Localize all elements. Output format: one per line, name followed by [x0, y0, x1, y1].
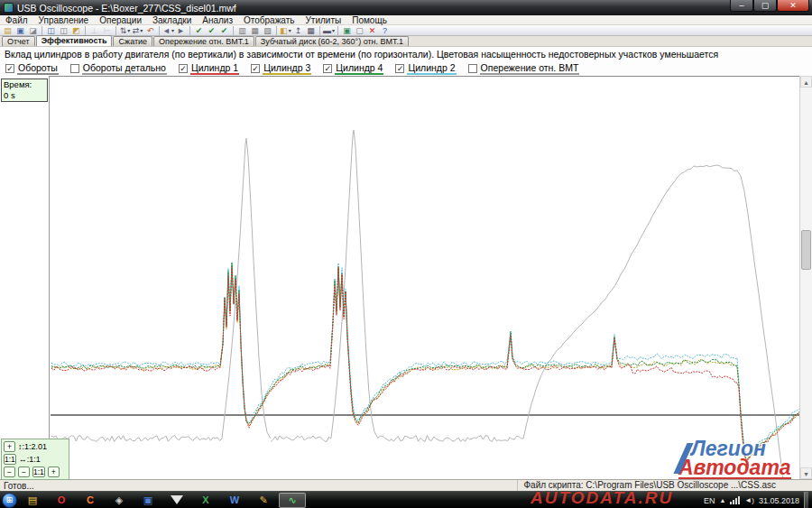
zoom-horizontal-button[interactable]: ⇄▾ — [132, 25, 143, 35]
blank-page-button[interactable]: ▢ — [354, 25, 365, 35]
copy-screen-button[interactable]: ◫ — [45, 25, 57, 35]
snapshot-button[interactable]: ▣ — [341, 25, 353, 35]
menu-item-3[interactable]: Закладки — [147, 15, 197, 25]
scroll-down-icon[interactable]: ▼ — [800, 467, 812, 479]
undo-button[interactable]: ↶ — [144, 25, 156, 35]
legend-item-1[interactable]: Обороты детально — [70, 62, 167, 75]
tray-expand-icon[interactable]: ▲ — [719, 497, 725, 503]
open-icon: ▤ — [4, 26, 12, 35]
close-file-icon: ✕ — [369, 26, 376, 35]
menu-item-2[interactable]: Операции — [94, 15, 147, 25]
find-next-button[interactable]: ► — [175, 25, 187, 35]
layout-button[interactable]: ▬▾ — [323, 25, 335, 35]
ccleaner-taskbar-button[interactable]: C — [77, 493, 104, 508]
checkbox-icon[interactable] — [468, 64, 477, 73]
verify-all-button[interactable]: ✔ — [218, 25, 230, 35]
legend-item-0[interactable]: ✓Обороты — [5, 62, 59, 75]
toolbar-separator — [276, 26, 277, 35]
verify-two-button[interactable]: ✔ — [206, 25, 217, 35]
utility-app-taskbar-button[interactable]: ◈ — [106, 493, 133, 508]
close-file-button[interactable]: ✕ — [366, 25, 378, 35]
legend-item-3[interactable]: ✓Цилиндр 3 — [251, 62, 311, 75]
network-icon[interactable] — [730, 496, 740, 504]
save-fragment-icon: ◩ — [72, 26, 80, 35]
menu-item-7[interactable]: Помощь — [346, 15, 392, 25]
windows-taskbar: ⊞ ▤OC◈▣XW✎∿ EN ▲ ◄) 31.05.2018 — [0, 491, 812, 508]
reset-scale-button[interactable]: 1:1 — [32, 466, 45, 477]
help-button[interactable]: ? — [379, 25, 391, 35]
table-button[interactable]: ▦ — [249, 25, 261, 35]
new-panel-button[interactable]: ◧▾ — [280, 25, 291, 35]
dropdown-caret-icon: ▾ — [289, 26, 291, 35]
tab-1[interactable]: Эффективность — [36, 35, 113, 46]
taskbar-buttons: ▤OC◈▣XW✎∿ — [19, 493, 306, 508]
checkbox-icon[interactable]: ✓ — [251, 64, 260, 73]
legend-label: Цилиндр 2 — [407, 62, 456, 75]
toolbar-separator — [85, 26, 86, 35]
zoom-out-horizontal-button[interactable]: − — [18, 466, 30, 477]
verify-one-button[interactable]: ✔ — [193, 25, 205, 35]
explorer-taskbar-button[interactable]: ▤ — [19, 493, 46, 508]
menu-item-1[interactable]: Управление — [33, 15, 95, 25]
tab-3[interactable]: Опережение отн. ВМТ.1 — [153, 36, 254, 46]
checkbox-icon[interactable] — [70, 64, 79, 73]
checkbox-icon[interactable]: ✓ — [179, 64, 188, 73]
opera-taskbar-button[interactable]: O — [48, 493, 75, 508]
scale-one-to-one-button[interactable]: 1:1 — [4, 454, 16, 465]
export-image-button[interactable]: ◪ — [27, 25, 39, 35]
oscilloscope-taskbar-button[interactable]: ∿ — [279, 493, 306, 508]
system-tray: EN ▲ ◄) 31.05.2018 — [704, 492, 808, 508]
checkbox-icon[interactable]: ✓ — [323, 64, 332, 73]
explorer-icon: ▤ — [28, 494, 37, 506]
save-fragment-button[interactable]: ◩ — [70, 25, 82, 35]
copy-fragment-button[interactable]: ◫ — [58, 25, 69, 35]
start-button[interactable]: ⊞ — [2, 493, 17, 508]
vertical-scale-label: ↕:1:2.01 — [18, 442, 47, 451]
legion-avtodata-watermark: Легион Автодата — [678, 439, 791, 479]
tab-4[interactable]: Зубчатый диск (60-2, 360°) отн. ВМТ.1 — [255, 36, 409, 46]
menu-item-4[interactable]: Анализ — [197, 15, 238, 25]
tab-0[interactable]: Отчет — [2, 36, 35, 46]
watermark-line2: Автодата — [678, 458, 791, 479]
chart-description: Вклад цилиндров в работу двигателя (по в… — [0, 47, 812, 61]
excel-taskbar-button[interactable]: X — [192, 493, 219, 508]
find-prev-button[interactable]: ◄▾ — [162, 25, 174, 35]
tab-2[interactable]: Сжатие — [113, 36, 152, 46]
notes-button[interactable]: ▨ — [262, 25, 273, 35]
legend-item-5[interactable]: ✓Цилиндр 2 — [395, 62, 456, 75]
pointer-button[interactable]: ↥ — [292, 25, 304, 35]
scrollbar-thumb[interactable] — [801, 230, 811, 270]
zoom-in-vertical-button[interactable]: + — [4, 441, 15, 452]
tray-date[interactable]: 31.05.2018 — [759, 496, 799, 505]
minimize-button[interactable]: – — [730, 0, 753, 12]
grid-button[interactable]: ▦ — [305, 25, 317, 35]
dropdown-caret-icon: ▾ — [140, 26, 143, 35]
legend-item-2[interactable]: ✓Цилиндр 1 — [179, 62, 239, 75]
word-taskbar-button[interactable]: W — [221, 493, 248, 508]
zoom-out-vertical-button[interactable]: − — [4, 466, 15, 477]
maximize-button[interactable]: ▢ — [753, 0, 777, 12]
legend-item-4[interactable]: ✓Цилиндр 4 — [323, 62, 383, 75]
menu-item-5[interactable]: Отображать — [238, 15, 300, 25]
zoom-vertical-button[interactable]: ⇅▾ — [119, 25, 131, 35]
wifi-taskbar-button[interactable] — [163, 493, 190, 508]
close-button[interactable]: ✕ — [777, 0, 809, 12]
checkbox-icon[interactable]: ✓ — [5, 64, 14, 73]
zoom-in-button[interactable]: + — [48, 466, 60, 477]
language-indicator[interactable]: EN — [704, 496, 715, 505]
open-button[interactable]: ▤ — [2, 25, 14, 35]
menu-item-0[interactable]: Файл — [0, 15, 33, 25]
report-button[interactable]: ▥ — [236, 25, 248, 35]
show-desktop-button[interactable] — [804, 492, 808, 508]
undo-icon: ↶ — [147, 26, 154, 35]
volume-icon[interactable]: ◄) — [744, 496, 754, 504]
save-button[interactable]: ▣ — [14, 25, 26, 35]
checkbox-icon[interactable]: ✓ — [395, 64, 404, 73]
scroll-up-icon[interactable]: ▲ — [800, 76, 812, 88]
vertical-scrollbar[interactable]: ▲ ▼ — [799, 76, 812, 479]
legend-item-6[interactable]: Опережение отн. ВМТ — [468, 62, 580, 75]
paint-app-taskbar-button[interactable]: ✎ — [250, 493, 277, 508]
menu-item-6[interactable]: Утилиты — [300, 15, 347, 25]
oscilloscope-plot[interactable] — [51, 76, 799, 479]
virtualbox-taskbar-button[interactable]: ▣ — [134, 493, 161, 508]
